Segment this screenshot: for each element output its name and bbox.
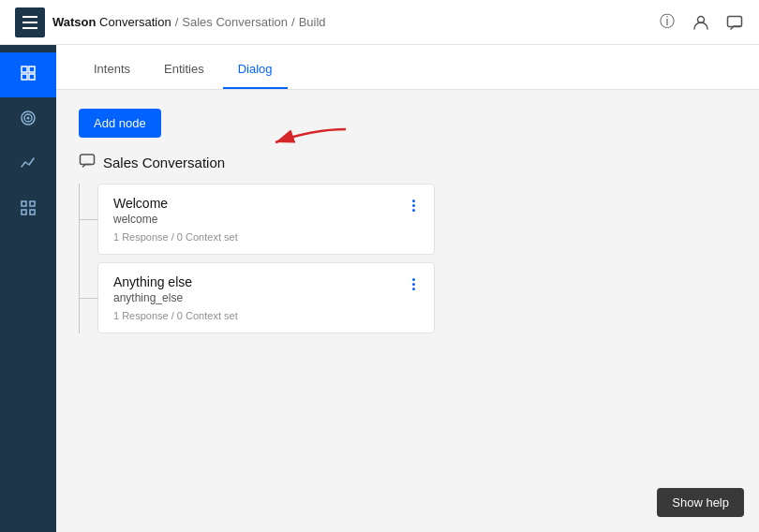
header-left: Watson Conversation / Sales Conversation… [15,7,326,37]
tab-intents[interactable]: Intents [79,49,145,89]
node-card-anything-else: Anything else anything_else 1 Response /… [97,262,435,333]
add-node-button[interactable]: Add node [79,109,161,138]
header-right: ⓘ [658,13,744,32]
app-container: Watson Conversation / Sales Conversation… [0,0,759,532]
tools-icon [19,64,37,87]
svg-rect-10 [81,155,95,165]
breadcrumb-service: Conversation [99,15,171,29]
node-title-anything-else: Anything else [113,274,409,289]
user-icon[interactable] [692,13,710,32]
svg-rect-7 [22,210,26,214]
node-card-welcome: Welcome welcome 1 Response / 0 Context s… [97,184,435,255]
breadcrumb-watson: Watson [52,15,96,29]
node-subtitle-welcome: welcome [113,213,409,226]
dot6 [412,288,415,290]
node-subtitle-anything-else: anything_else [113,291,409,304]
analytics-icon [19,154,37,177]
node-card-left-anything-else: Anything else anything_else 1 Response /… [113,274,409,321]
tab-dialog[interactable]: Dialog [223,49,288,89]
dot5 [412,283,415,286]
svg-rect-6 [30,201,35,206]
node-meta-welcome: 1 Response / 0 Context set [113,231,409,243]
top-header: Watson Conversation / Sales Conversation… [0,0,759,45]
node-meta-anything-else: 1 Response / 0 Context set [113,310,409,321]
sidebar [0,45,56,532]
breadcrumb: Watson Conversation / Sales Conversation… [52,15,326,29]
target-icon [19,109,37,132]
breadcrumb-sep2: / [291,15,295,29]
nodes-container: Welcome welcome 1 Response / 0 Context s… [79,184,737,333]
node-menu-welcome[interactable] [409,196,419,215]
show-help-button[interactable]: Show help [657,488,744,517]
add-node-label: Add node [94,116,146,130]
svg-rect-8 [30,210,35,214]
add-node-area: Add node [79,109,161,138]
grid-icon [19,199,37,222]
sidebar-item-tools[interactable] [0,52,56,97]
dot3 [412,209,415,212]
info-icon[interactable]: ⓘ [658,13,677,32]
dot2 [412,204,415,207]
breadcrumb-project: Sales Conversation [182,15,288,29]
sub-header: Intents Entities Dialog [56,45,759,90]
breadcrumb-page: Build [299,15,326,29]
svg-point-4 [27,116,30,119]
hamburger-button[interactable] [15,7,45,37]
svg-rect-1 [728,16,742,26]
main-body: Intents Entities Dialog Add node [0,45,759,532]
section-title-icon [79,153,96,172]
page-content: Add node [56,90,759,532]
node-card-left-welcome: Welcome welcome 1 Response / 0 Context s… [113,196,409,243]
node-menu-anything-else[interactable] [409,274,419,294]
chat-icon[interactable] [725,13,744,32]
node-title-welcome: Welcome [113,196,409,211]
sidebar-item-analytics[interactable] [0,142,56,187]
svg-rect-5 [22,201,26,206]
section-title-text: Sales Conversation [103,155,225,170]
sidebar-item-target[interactable] [0,97,56,142]
breadcrumb-sep1: / [175,15,179,29]
tab-entities[interactable]: Entities [149,49,219,89]
content-area: Intents Entities Dialog Add node [56,45,759,532]
sidebar-item-grid[interactable] [0,187,56,232]
dot4 [412,278,415,281]
section-title: Sales Conversation [79,153,737,172]
dot1 [412,200,415,202]
hamburger-icon [22,16,37,29]
